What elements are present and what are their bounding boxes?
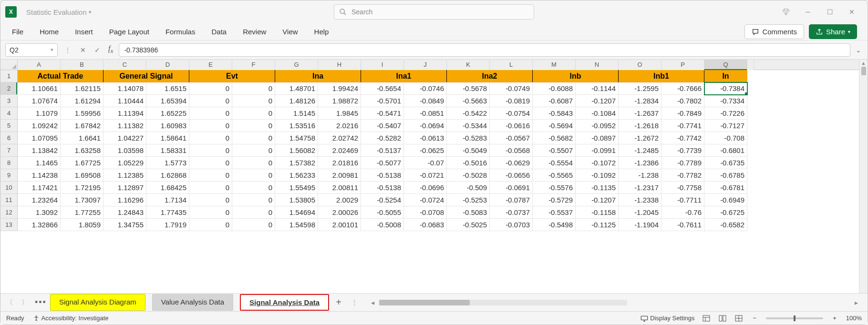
cell-D7[interactable]: 1.58331	[146, 144, 189, 157]
cell-J8[interactable]: -0.07	[404, 157, 447, 169]
cell-K12[interactable]: -0.5083	[447, 206, 490, 219]
column-header-H[interactable]: H	[318, 60, 361, 70]
cell-D11[interactable]: 1.7134	[146, 194, 189, 206]
cell-K2[interactable]: -0.5678	[447, 82, 490, 95]
cell-J3[interactable]: -0.0849	[404, 95, 447, 107]
cell-E9[interactable]: 0	[189, 169, 232, 182]
scrollbar-track[interactable]	[379, 300, 627, 305]
cell-M2[interactable]: -0.6088	[533, 82, 576, 95]
row-header-12[interactable]: 12	[0, 206, 18, 219]
cell-L5[interactable]: -0.0616	[490, 120, 533, 132]
cell-N5[interactable]: -0.0952	[576, 120, 619, 132]
cell-L8[interactable]: -0.0629	[490, 157, 533, 169]
ribbon-tab-home[interactable]: Home	[39, 26, 60, 38]
share-button[interactable]: Share ▾	[809, 24, 857, 39]
cell-L3[interactable]: -0.0819	[490, 95, 533, 107]
cell-K4[interactable]: -0.5422	[447, 107, 490, 120]
cell-C11[interactable]: 1.16296	[103, 194, 146, 206]
cell-I7[interactable]: -0.5137	[361, 144, 404, 157]
cell-A2[interactable]: 1.10661	[18, 82, 61, 95]
cell-E6[interactable]: 0	[189, 132, 232, 144]
cell-N9[interactable]: -0.1092	[576, 169, 619, 182]
cell-P13[interactable]: -0.7611	[661, 219, 704, 231]
cell-G10[interactable]: 1.55495	[275, 182, 318, 194]
cell-F8[interactable]: 0	[232, 157, 275, 169]
cell-O8[interactable]: -1.2386	[619, 157, 661, 169]
header-group-evt[interactable]: Evt	[189, 70, 275, 82]
row-header-8[interactable]: 8	[0, 157, 18, 169]
cell-G3[interactable]: 1.48126	[275, 95, 318, 107]
cell-A5[interactable]: 1.09242	[18, 120, 61, 132]
ribbon-tab-file[interactable]: File	[11, 26, 24, 38]
cell-I4[interactable]: -0.5471	[361, 107, 404, 120]
name-box[interactable]: Q2 ▾	[5, 43, 58, 57]
cell-Q5[interactable]: -0.7127	[704, 120, 747, 132]
cell-M13[interactable]: -0.5498	[533, 219, 576, 231]
cancel-formula-icon[interactable]: ✕	[78, 46, 88, 54]
cell-J5[interactable]: -0.0694	[404, 120, 447, 132]
ribbon-tab-formulas[interactable]: Formulas	[165, 26, 196, 38]
cell-J10[interactable]: -0.0696	[404, 182, 447, 194]
cell-N10[interactable]: -0.1135	[576, 182, 619, 194]
cell-M5[interactable]: -0.5694	[533, 120, 576, 132]
cell-B9[interactable]: 1.69508	[61, 169, 103, 182]
cell-B6[interactable]: 1.6641	[61, 132, 103, 144]
cell-Q7[interactable]: -0.6801	[704, 144, 747, 157]
cell-J7[interactable]: -0.0625	[404, 144, 447, 157]
cell-N8[interactable]: -0.1072	[576, 157, 619, 169]
cell-P12[interactable]: -0.76	[661, 206, 704, 219]
column-header-L[interactable]: L	[490, 60, 533, 70]
column-header-Q[interactable]: Q	[704, 60, 747, 70]
cell-L4[interactable]: -0.0754	[490, 107, 533, 120]
cell-M12[interactable]: -0.5537	[533, 206, 576, 219]
ribbon-tab-review[interactable]: Review	[242, 26, 267, 38]
cell-H6[interactable]: 2.02742	[318, 132, 361, 144]
cell-N2[interactable]: -0.1144	[576, 82, 619, 95]
column-header-C[interactable]: C	[103, 60, 146, 70]
ribbon-tab-help[interactable]: Help	[313, 26, 330, 38]
column-header-F[interactable]: F	[232, 60, 275, 70]
cell-P6[interactable]: -0.7742	[661, 132, 704, 144]
header-group-ina1[interactable]: Ina1	[361, 70, 447, 82]
cell-D10[interactable]: 1.68425	[146, 182, 189, 194]
cell-G13[interactable]: 1.54598	[275, 219, 318, 231]
header-group-actual-trade[interactable]: Actual Trade	[18, 70, 103, 82]
cell-G2[interactable]: 1.48701	[275, 82, 318, 95]
cell-C12[interactable]: 1.24843	[103, 206, 146, 219]
formula-input[interactable]: -0.7383986	[119, 43, 850, 57]
cell-C8[interactable]: 1.05229	[103, 157, 146, 169]
cell-E7[interactable]: 0	[189, 144, 232, 157]
maximize-button[interactable]: ☐	[819, 3, 841, 20]
normal-view-icon[interactable]	[702, 314, 711, 323]
cell-E4[interactable]: 0	[189, 107, 232, 120]
expand-formula-bar-icon[interactable]: ⌄	[854, 46, 863, 54]
cell-E2[interactable]: 0	[189, 82, 232, 95]
cell-B12[interactable]: 1.77255	[61, 206, 103, 219]
cell-C4[interactable]: 1.11394	[103, 107, 146, 120]
cell-J11[interactable]: -0.0724	[404, 194, 447, 206]
cell-K8[interactable]: -0.5016	[447, 157, 490, 169]
row-header-13[interactable]: 13	[0, 219, 18, 231]
cell-Q11[interactable]: -0.6949	[704, 194, 747, 206]
cell-D12[interactable]: 1.77435	[146, 206, 189, 219]
cell-C10[interactable]: 1.12897	[103, 182, 146, 194]
cell-F9[interactable]: 0	[232, 169, 275, 182]
header-group-inb1[interactable]: Inb1	[619, 70, 704, 82]
cell-J12[interactable]: -0.0708	[404, 206, 447, 219]
cell-I8[interactable]: -0.5077	[361, 157, 404, 169]
cell-G7[interactable]: 1.56082	[275, 144, 318, 157]
cell-Q6[interactable]: -0.708	[704, 132, 747, 144]
cell-O6[interactable]: -1.2672	[619, 132, 661, 144]
cell-M7[interactable]: -0.5507	[533, 144, 576, 157]
cell-L2[interactable]: -0.0749	[490, 82, 533, 95]
cell-G9[interactable]: 1.56233	[275, 169, 318, 182]
cell-M11[interactable]: -0.5729	[533, 194, 576, 206]
cell-P8[interactable]: -0.7789	[661, 157, 704, 169]
cell-I9[interactable]: -0.5138	[361, 169, 404, 182]
cell-P4[interactable]: -0.7849	[661, 107, 704, 120]
cell-P2[interactable]: -0.7666	[661, 82, 704, 95]
cell-N11[interactable]: -0.1207	[576, 194, 619, 206]
cell-H8[interactable]: 2.01816	[318, 157, 361, 169]
cell-I3[interactable]: -0.5701	[361, 95, 404, 107]
cell-H10[interactable]: 2.00811	[318, 182, 361, 194]
